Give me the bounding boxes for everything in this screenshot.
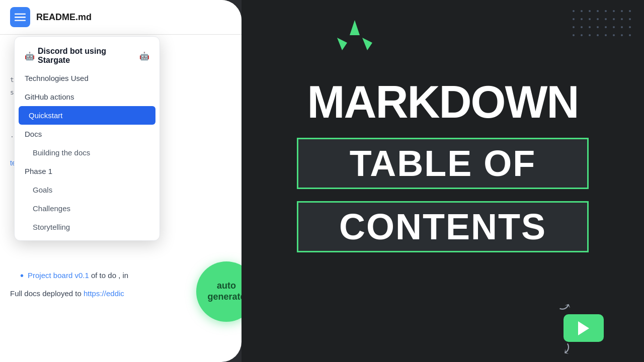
dot	[605, 18, 607, 20]
toc-item-github[interactable]: GitHub actions	[15, 87, 159, 106]
main-title: MARKDOWN	[307, 79, 579, 125]
dot	[613, 34, 615, 36]
contents-text: CONTENTS	[318, 209, 567, 245]
auto-generate-line1: auto	[217, 281, 236, 292]
dot	[621, 18, 623, 20]
dot	[605, 26, 607, 28]
dot	[605, 10, 607, 12]
dot	[621, 34, 623, 36]
table-of-text: TABLE OF	[318, 145, 567, 182]
dot	[581, 34, 583, 36]
left-panel: README.md 🤖 Discord bot using Stargate 🤖…	[0, 0, 242, 362]
dot	[597, 18, 599, 20]
toc-emoji-left: 🤖	[25, 51, 35, 61]
toc-item-phase1[interactable]: Phase 1	[15, 162, 159, 180]
dot	[597, 34, 599, 36]
play-container: ⤻ ⤸	[564, 314, 604, 342]
auto-generate-line2: generate	[207, 292, 242, 303]
header-title: README.md	[36, 12, 92, 23]
dot	[621, 26, 623, 28]
dot-grid	[573, 10, 634, 39]
dot	[629, 18, 631, 20]
dot	[589, 10, 591, 12]
toc-item-goals[interactable]: Goals	[15, 180, 159, 199]
dot	[573, 18, 575, 20]
green-arrows-icon	[332, 15, 377, 57]
full-docs-prefix: Full docs deployed to	[10, 289, 84, 298]
right-panel: MARKDOWN TABLE OF CONTENTS ⤻ ⤸	[242, 0, 644, 362]
dot	[573, 10, 575, 12]
dot	[621, 10, 623, 12]
full-docs-link[interactable]: https://eddic	[84, 289, 124, 298]
squiggle-bottom-icon: ⤸	[559, 339, 574, 357]
toc-title: Discord bot using Stargate	[38, 47, 136, 65]
dot	[581, 26, 583, 28]
dot	[589, 34, 591, 36]
dot	[613, 10, 615, 12]
dot	[629, 34, 631, 36]
svg-rect-0	[15, 14, 26, 15]
toc-item-building[interactable]: Building the docs	[15, 143, 159, 162]
dot	[581, 10, 583, 12]
dot	[605, 34, 607, 36]
menu-icon[interactable]	[10, 7, 30, 27]
toc-item-storytelling[interactable]: Storytelling	[15, 218, 159, 236]
toc-item-challenges[interactable]: Challenges	[15, 199, 159, 218]
svg-rect-2	[15, 20, 26, 21]
toc-item-quickstart[interactable]: Quickstart	[19, 106, 155, 125]
project-board-link[interactable]: Project board v0.1	[28, 271, 89, 280]
play-triangle-icon	[578, 321, 589, 335]
toc-header: 🤖 Discord bot using Stargate 🤖	[15, 41, 159, 69]
toc-emoji-right: 🤖	[139, 51, 149, 61]
dot	[613, 18, 615, 20]
hamburger-svg	[15, 12, 26, 23]
bullet-dot: •	[20, 269, 24, 282]
dot	[589, 18, 591, 20]
dot	[629, 26, 631, 28]
dot	[589, 26, 591, 28]
contents-block: CONTENTS	[297, 201, 589, 252]
toc-item-technologies[interactable]: Technologies Used	[15, 69, 159, 87]
dot	[629, 10, 631, 12]
bullet-text: Project board v0.1 of to do , in	[28, 269, 128, 282]
bullet-suffix: of to do , in	[91, 271, 128, 280]
toc-item-docs[interactable]: Docs	[15, 125, 159, 143]
header-bar: README.md	[0, 0, 242, 35]
dot	[597, 10, 599, 12]
arrows-svg	[332, 15, 377, 55]
dot	[581, 18, 583, 20]
dot	[573, 34, 575, 36]
table-of-block: TABLE OF	[297, 138, 589, 189]
toc-dropdown: 🤖 Discord bot using Stargate 🤖 Technolog…	[14, 36, 160, 241]
dot	[613, 26, 615, 28]
dot	[597, 26, 599, 28]
svg-rect-1	[15, 17, 26, 18]
dot	[573, 26, 575, 28]
play-button[interactable]	[564, 314, 604, 342]
